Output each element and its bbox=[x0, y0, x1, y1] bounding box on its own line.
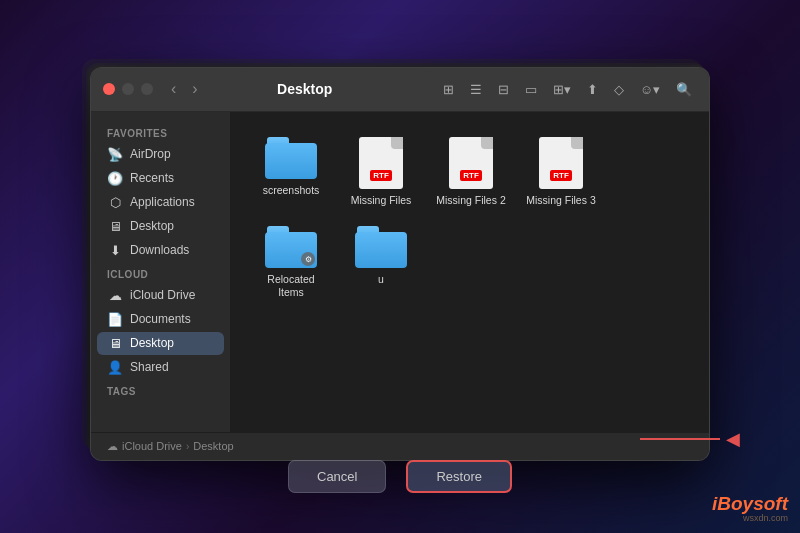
sidebar-item-shared[interactable]: 👤 Shared bbox=[97, 356, 224, 379]
traffic-lights bbox=[103, 83, 153, 95]
sidebar-item-icloud-drive[interactable]: ☁ iCloud Drive bbox=[97, 284, 224, 307]
list-item[interactable]: Missing Files 2 bbox=[431, 132, 511, 212]
folder-badge-icon: ⚙ bbox=[265, 226, 317, 268]
watermark-brand: iBoysoft bbox=[712, 493, 788, 515]
folder-badge: ⚙ bbox=[301, 252, 315, 266]
sidebar-item-label: iCloud Drive bbox=[130, 288, 195, 302]
icon-grid-view[interactable]: ⊞ bbox=[438, 79, 459, 100]
icloud-status-icon: ☁ bbox=[107, 440, 118, 453]
arrow-line bbox=[640, 438, 720, 440]
restore-arrow-indicator: ◀ bbox=[640, 428, 740, 450]
icloud-drive-icon: ☁ bbox=[107, 288, 123, 303]
list-item[interactable]: Missing Files 3 bbox=[521, 132, 601, 212]
title-bar: ‹ › Desktop ⊞ ☰ ⊟ ▭ ⊞▾ ⬆ ◇ ☺▾ 🔍 bbox=[91, 68, 709, 112]
sidebar-item-recents[interactable]: 🕐 Recents bbox=[97, 167, 224, 190]
icon-list-view[interactable]: ☰ bbox=[465, 79, 487, 100]
list-item[interactable]: Missing Files bbox=[341, 132, 421, 212]
file-label: Missing Files 2 bbox=[436, 194, 505, 207]
maximize-button[interactable] bbox=[141, 83, 153, 95]
sidebar-item-label: Shared bbox=[130, 360, 169, 374]
sidebar-item-airdrop[interactable]: 📡 AirDrop bbox=[97, 143, 224, 166]
list-item[interactable]: u bbox=[341, 221, 421, 303]
file-label: screenshots bbox=[263, 184, 320, 197]
downloads-icon: ⬇ bbox=[107, 243, 123, 258]
finder-window: ‹ › Desktop ⊞ ☰ ⊟ ▭ ⊞▾ ⬆ ◇ ☺▾ 🔍 Favorite… bbox=[90, 67, 710, 461]
sidebar-item-label: Downloads bbox=[130, 243, 189, 257]
sidebar-item-label: AirDrop bbox=[130, 147, 171, 161]
sidebar-item-downloads[interactable]: ⬇ Downloads bbox=[97, 239, 224, 262]
sidebar: Favorites 📡 AirDrop 🕐 Recents ⬡ Applicat… bbox=[91, 112, 231, 432]
window-title: Desktop bbox=[212, 81, 398, 97]
close-button[interactable] bbox=[103, 83, 115, 95]
icloud-label: iCloud bbox=[91, 263, 230, 283]
breadcrumb-arrow: › bbox=[186, 441, 189, 452]
sidebar-item-applications[interactable]: ⬡ Applications bbox=[97, 191, 224, 214]
file-label: u bbox=[378, 273, 384, 286]
file-label: Missing Files 3 bbox=[526, 194, 595, 207]
breadcrumb-path1: iCloud Drive bbox=[122, 440, 182, 452]
folder-icon bbox=[265, 137, 317, 179]
favorites-label: Favorites bbox=[91, 122, 230, 142]
sidebar-item-label: Documents bbox=[130, 312, 191, 326]
sidebar-item-label: Recents bbox=[130, 171, 174, 185]
main-content: Favorites 📡 AirDrop 🕐 Recents ⬡ Applicat… bbox=[91, 112, 709, 432]
toolbar-icons: ⊞ ☰ ⊟ ▭ ⊞▾ ⬆ ◇ ☺▾ 🔍 bbox=[438, 79, 697, 100]
restore-button[interactable]: Restore bbox=[406, 460, 512, 493]
tag-icon[interactable]: ◇ bbox=[609, 79, 629, 100]
desktop-icon: 🖥 bbox=[107, 219, 123, 234]
minimize-button[interactable] bbox=[122, 83, 134, 95]
sidebar-item-label: Applications bbox=[130, 195, 195, 209]
list-item[interactable]: ⚙ Relocated Items bbox=[251, 221, 331, 303]
sidebar-item-desktop-active[interactable]: 🖥 Desktop bbox=[97, 332, 224, 355]
airdrop-icon: 📡 bbox=[107, 147, 123, 162]
desktop-active-icon: 🖥 bbox=[107, 336, 123, 351]
file-label: Missing Files bbox=[351, 194, 412, 207]
search-icon[interactable]: 🔍 bbox=[671, 79, 697, 100]
file-label: Relocated Items bbox=[256, 273, 326, 298]
rtf-icon bbox=[449, 137, 493, 189]
emoji-icon[interactable]: ☺▾ bbox=[635, 79, 665, 100]
rtf-icon bbox=[539, 137, 583, 189]
file-area: screenshots Missing Files Missing Files … bbox=[231, 112, 709, 432]
shared-icon: 👤 bbox=[107, 360, 123, 375]
share-icon[interactable]: ⬆ bbox=[582, 79, 603, 100]
sidebar-item-label: Desktop bbox=[130, 336, 174, 350]
nav-buttons: ‹ › bbox=[165, 78, 204, 100]
sidebar-item-label: Desktop bbox=[130, 219, 174, 233]
applications-icon: ⬡ bbox=[107, 195, 123, 210]
bottom-bar: Cancel Restore ◀ bbox=[0, 460, 800, 493]
recents-icon: 🕐 bbox=[107, 171, 123, 186]
list-item[interactable]: screenshots bbox=[251, 132, 331, 212]
cancel-button[interactable]: Cancel bbox=[288, 460, 386, 493]
breadcrumb-path2: Desktop bbox=[193, 440, 233, 452]
sidebar-item-desktop[interactable]: 🖥 Desktop bbox=[97, 215, 224, 238]
status-bar: ☁ iCloud Drive › Desktop bbox=[91, 432, 709, 460]
tags-label: Tags bbox=[91, 380, 230, 400]
icon-group-view[interactable]: ⊞▾ bbox=[548, 79, 576, 100]
folder-icon bbox=[355, 226, 407, 268]
documents-icon: 📄 bbox=[107, 312, 123, 327]
watermark-site: wsxdn.com bbox=[743, 513, 788, 523]
arrow-head-icon: ◀ bbox=[726, 428, 740, 450]
rtf-icon bbox=[359, 137, 403, 189]
icon-column-view[interactable]: ⊟ bbox=[493, 79, 514, 100]
forward-button[interactable]: › bbox=[186, 78, 203, 100]
sidebar-item-documents[interactable]: 📄 Documents bbox=[97, 308, 224, 331]
icon-gallery-view[interactable]: ▭ bbox=[520, 79, 542, 100]
back-button[interactable]: ‹ bbox=[165, 78, 182, 100]
